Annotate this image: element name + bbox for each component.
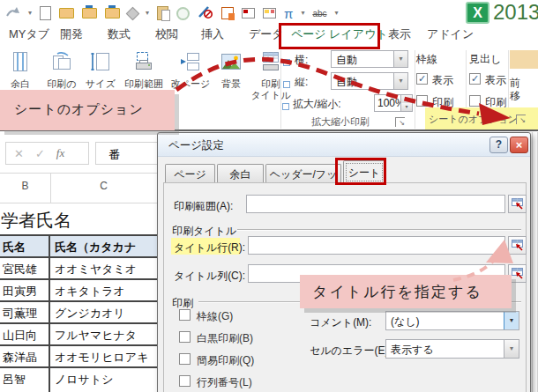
headings-view-checkbox[interactable]: ✓ <box>469 73 481 85</box>
insert-function-icon[interactable]: fx <box>56 146 64 160</box>
cell: グンジカオリ <box>50 302 159 322</box>
import-folder-2-icon[interactable] <box>105 8 120 18</box>
cell: 森洋晶 <box>0 346 50 366</box>
tab-developer[interactable]: 開発 <box>60 26 83 42</box>
cancel-icon[interactable]: ✕ <box>14 147 24 160</box>
scale-height-label: 縦: <box>295 75 308 90</box>
tab-formulas[interactable]: 数式 <box>108 26 131 42</box>
chevron-down-icon[interactable]: ▾ <box>301 10 304 17</box>
tab-addins[interactable]: アドイン <box>427 26 474 42</box>
table-row[interactable]: 森洋晶 オオモリヒロアキ <box>0 346 159 368</box>
row-col-headings-checkbox[interactable] <box>179 375 191 387</box>
page-breaks-button[interactable]: 改ページ <box>169 50 212 90</box>
chevron-down-icon[interactable]: ▾ <box>335 10 339 17</box>
open-folder-icon[interactable] <box>59 8 74 18</box>
excel-logo: X <box>466 2 489 24</box>
background-icon <box>220 50 243 77</box>
spinner[interactable]: ▴▾ <box>400 95 412 111</box>
print-area-range-button[interactable] <box>508 195 527 213</box>
new-file-icon[interactable] <box>40 6 51 20</box>
chevron-down-icon[interactable]: ▾ <box>28 10 32 17</box>
background-button[interactable]: 背景 <box>213 50 249 90</box>
tab-insert[interactable]: 挿入 <box>201 26 224 42</box>
chevron-down-icon[interactable]: ▾ <box>146 10 149 17</box>
dialog-tab-margins[interactable]: 余白 <box>217 164 264 184</box>
sheet-options-callout: シートのオプション <box>0 90 175 130</box>
scale-width-select[interactable]: 自動 ▾ <box>331 50 408 68</box>
gridlines-view-checkbox[interactable]: ✓ <box>416 73 428 85</box>
draft-quality-checkbox[interactable] <box>179 353 191 365</box>
spin-down-icon[interactable]: ▾ <box>401 103 412 111</box>
margins-button[interactable]: 余白 <box>2 50 39 90</box>
ink-pen-icon[interactable] <box>198 4 213 23</box>
dialog-titlebar[interactable]: ページ設定 ? × <box>158 133 530 157</box>
margins-icon <box>9 50 32 77</box>
chevron-down-icon[interactable]: ▾ <box>393 51 407 67</box>
paste-icon[interactable] <box>157 6 168 20</box>
excel-window: ▾ ▾ π ▾ abc ▾ X 2013 MYタブ 開発 数式 校閲 挿入 デー… <box>0 0 538 392</box>
chevron-down-icon[interactable]: ▾ <box>504 340 519 358</box>
comments-select[interactable]: (なし) ▾ <box>385 311 519 330</box>
enter-icon[interactable]: ✓ <box>35 147 45 160</box>
button-label: 余白 <box>11 78 30 90</box>
tab-view[interactable]: 表示 <box>388 26 411 42</box>
table-row[interactable]: 田寅男 オキタトラオ <box>0 280 159 302</box>
gridlines-print-checkbox[interactable] <box>416 95 428 107</box>
table-row[interactable]: 司薫理 グンジカオリ <box>0 302 159 324</box>
dialog-tab-page[interactable]: ページ <box>165 164 215 184</box>
print-area-label: 印刷範囲(A): <box>174 199 233 214</box>
circle-icon[interactable] <box>176 7 190 20</box>
tab-mytab[interactable]: MYタブ <box>9 26 49 42</box>
column-header-c[interactable]: C <box>50 180 157 192</box>
button-label: 背景 <box>221 78 241 90</box>
draft-quality-checkbox-label: 簡易印刷(Q) <box>197 353 254 368</box>
dialog-tab-header-footer[interactable]: ヘッダー/フッター <box>265 164 341 184</box>
gridlines-checkbox-label: 枠線(G) <box>197 309 233 324</box>
chevron-down-icon[interactable]: ▾ <box>393 73 407 89</box>
table-red-icon[interactable] <box>242 8 255 18</box>
scale-dialog-launcher-icon[interactable]: ↘ <box>395 117 405 127</box>
close-button[interactable]: × <box>510 137 528 153</box>
table-yellow-icon[interactable] <box>263 8 276 18</box>
sheet-title-cell[interactable]: 学者氏名 <box>1 209 71 233</box>
black-white-checkbox[interactable] <box>179 331 191 343</box>
scale-height-select[interactable]: 自動 ▾ <box>331 72 408 90</box>
black-white-checkbox-label: 白黒印刷(B) <box>197 331 253 346</box>
pi-icon[interactable]: π <box>284 7 293 20</box>
table-row[interactable]: 山日向 フルヤマヒナタ <box>0 324 159 346</box>
spelling-icon[interactable]: abc <box>312 9 326 18</box>
redo-icon[interactable] <box>5 5 20 21</box>
check-icon: ✓ <box>471 73 479 84</box>
scale-zoom-stepper[interactable]: 100% ▴▾ <box>374 94 413 112</box>
button-label: 印刷の <box>47 78 76 90</box>
formula-bar-input[interactable]: 番 <box>95 142 161 165</box>
headings-print-checkbox[interactable] <box>469 95 481 107</box>
table-header-row[interactable]: 氏名 氏名（カタカナ <box>0 234 159 258</box>
button-label: 印刷範囲 <box>124 78 163 90</box>
cell-errors-select[interactable]: 表示する ▾ <box>385 339 519 359</box>
print-titles-group-label: 印刷タイトル <box>172 224 236 239</box>
dialog-title: ページ設定 <box>168 138 224 153</box>
caret-glyph: ▾ <box>510 316 513 324</box>
import-folder-icon[interactable] <box>82 8 97 18</box>
fill-color-icon[interactable] <box>126 6 140 20</box>
tab-review[interactable]: 校閲 <box>155 26 178 42</box>
height-icon <box>283 76 290 92</box>
table-row[interactable]: 宮民雄 オオミヤタミオ <box>0 258 159 280</box>
print-area-button[interactable]: 印刷範囲 <box>120 50 168 90</box>
title-row-input[interactable] <box>248 236 505 255</box>
chevron-down-icon[interactable]: ▾ <box>504 312 519 329</box>
spin-up-icon[interactable]: ▴ <box>401 95 412 103</box>
table-row[interactable]: 呂智 ノロサトシ <box>0 368 159 392</box>
title-row-range-button[interactable] <box>508 236 527 255</box>
orientation-icon <box>50 50 73 77</box>
help-button[interactable]: ? <box>489 137 508 153</box>
orientation-button[interactable]: 印刷の <box>42 50 81 90</box>
gridlines-checkbox[interactable] <box>179 309 191 321</box>
print-area-input[interactable] <box>246 195 505 213</box>
sheet-options-dialog-launcher-icon[interactable]: ↘ <box>516 115 526 124</box>
scale-zoom-label: 拡大/縮小: <box>293 97 341 112</box>
column-header-b[interactable]: B <box>0 180 50 192</box>
switch-window-icon[interactable] <box>221 7 234 19</box>
page-layout-tab-annotation-box <box>279 23 380 49</box>
